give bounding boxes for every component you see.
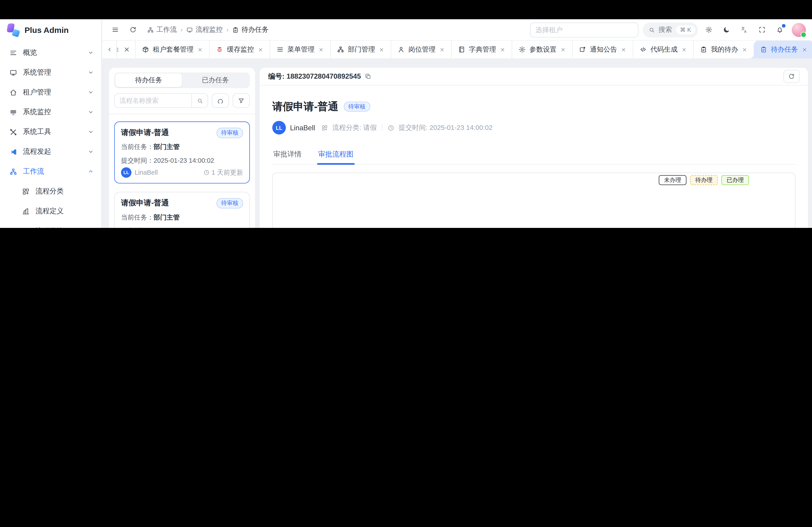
- sidebar-item-tenant-mgmt[interactable]: 租户管理: [0, 82, 101, 102]
- gear-icon: [519, 46, 526, 53]
- tab-todo-tasks[interactable]: 待办任务: [754, 41, 812, 58]
- sidebar-item-overview[interactable]: 概览: [0, 43, 101, 63]
- search-shortcut-badge: ⌘ K: [676, 25, 695, 34]
- reset-icon: [217, 97, 224, 104]
- close-icon[interactable]: [560, 47, 566, 52]
- tab-dict-mgmt[interactable]: 字典管理: [452, 41, 512, 58]
- detail-refresh-button[interactable]: [783, 70, 800, 83]
- close-icon[interactable]: [621, 47, 626, 52]
- sidebar-item-system-monitor[interactable]: 系统监控: [0, 102, 101, 122]
- tab-approval-detail[interactable]: 审批详情: [272, 146, 303, 164]
- chevron-down-icon: [88, 129, 94, 135]
- status-badge: 待审核: [217, 128, 243, 138]
- process-name-search-input[interactable]: [115, 94, 191, 107]
- status-badge: 待审核: [344, 102, 370, 112]
- close-icon[interactable]: [258, 47, 263, 52]
- task-list-panel: 待办任务 已办任务 请假申请-普通待审核 当前任务：部门主管 提交时间：2025…: [109, 68, 255, 228]
- close-icon[interactable]: [379, 47, 385, 52]
- clipboard-icon: [760, 46, 767, 53]
- fullscreen-button[interactable]: [755, 23, 769, 36]
- filter-button[interactable]: [233, 93, 250, 108]
- chevron-down-icon: [88, 49, 94, 56]
- avatar: LL: [121, 167, 131, 178]
- overview-icon: [10, 49, 17, 57]
- notifications-bell-button[interactable]: [773, 23, 786, 36]
- sidebar-item-system-tools[interactable]: 系统工具: [0, 122, 101, 142]
- sidebar: Plus Admin 概览 系统管理 租户管理 系统监控 系统工具 流程发起 工…: [0, 19, 102, 228]
- menu-icon: [117, 46, 119, 53]
- tab-partial[interactable]: [117, 41, 135, 58]
- notification-dot: [782, 24, 785, 28]
- tab-approval-flowchart[interactable]: 审批流程图: [317, 146, 354, 164]
- breadcrumb-process-monitor[interactable]: 流程监控: [186, 25, 223, 34]
- sidebar-item-workflow[interactable]: 工作流: [0, 162, 101, 181]
- flowchart-canvas[interactable]: 未办理 待办理 已办理 开始: [272, 172, 795, 228]
- launch-icon: [10, 148, 17, 156]
- close-icon[interactable]: [439, 47, 445, 52]
- tab-codegen[interactable]: 代码生成: [633, 41, 694, 58]
- search-button[interactable]: [191, 94, 208, 107]
- person-icon: [397, 46, 405, 53]
- flow-arrows: [273, 173, 795, 228]
- detail-title: 请假申请-普通: [272, 100, 338, 114]
- global-search-button[interactable]: 搜索 ⌘ K: [642, 22, 698, 37]
- tenant-select-input[interactable]: [530, 22, 638, 37]
- close-icon[interactable]: [499, 47, 505, 52]
- task-segmented-control: 待办任务 已办任务: [114, 72, 250, 88]
- sidebar-item-process-launch[interactable]: 流程发起: [0, 142, 101, 162]
- copy-icon[interactable]: [364, 73, 371, 80]
- close-icon[interactable]: [123, 46, 130, 53]
- sidebar-menu: 概览 系统管理 租户管理 系统监控 系统工具 流程发起 工作流 流程分类 流程定…: [0, 41, 101, 228]
- monitor-icon: [186, 26, 193, 33]
- tree-icon: [147, 26, 154, 33]
- notice-icon: [579, 46, 586, 53]
- task-card[interactable]: 请假申请-普通待审核 当前任务：部门主管 提交时间：2025-01-22 10:…: [114, 192, 250, 228]
- tab-menu-mgmt[interactable]: 菜单管理: [270, 41, 331, 58]
- submit-time: 提交时间: 2025-01-23 14:00:02: [398, 123, 492, 133]
- grid-icon: [22, 187, 30, 195]
- language-switch-button[interactable]: [738, 23, 751, 36]
- app-title: Plus Admin: [25, 25, 69, 35]
- detail-meta-row: LL LinaBell 流程分类: 请假 提交时间: 2025-01-23 14…: [272, 121, 795, 135]
- breadcrumb-workflow[interactable]: 工作流: [147, 25, 177, 34]
- close-icon[interactable]: [318, 47, 324, 52]
- segment-done-tasks[interactable]: 已办任务: [182, 74, 249, 87]
- user-avatar[interactable]: [792, 23, 806, 37]
- breadcrumb-todo-tasks[interactable]: 待办任务: [232, 25, 269, 34]
- sidebar-item-process-monitor[interactable]: 流程监控: [0, 221, 101, 228]
- book-icon: [458, 46, 465, 53]
- close-icon[interactable]: [742, 47, 747, 52]
- breadcrumb-separator: ›: [227, 26, 229, 33]
- tabs-scroll-left-button[interactable]: [102, 41, 117, 58]
- segment-todo-tasks[interactable]: 待办任务: [115, 74, 182, 87]
- close-icon[interactable]: [681, 47, 687, 52]
- tab-param-settings[interactable]: 参数设置: [512, 41, 573, 58]
- task-card[interactable]: 请假申请-普通待审核 当前任务：部门主管 提交时间：2025-01-23 14:…: [114, 121, 250, 183]
- sidebar-item-process-category[interactable]: 流程分类: [0, 181, 101, 201]
- app-logo[interactable]: Plus Admin: [0, 19, 101, 41]
- sidebar-item-system-mgmt[interactable]: 系统管理: [0, 63, 101, 82]
- search-label: 搜索: [658, 25, 672, 34]
- tab-post-mgmt[interactable]: 岗位管理: [391, 41, 452, 58]
- hamburger-menu-button[interactable]: [108, 23, 122, 36]
- close-icon[interactable]: [197, 47, 203, 52]
- top-navbar: 工作流 › 流程监控 › 待办任务 搜索 ⌘ K: [102, 19, 812, 41]
- dark-mode-toggle[interactable]: [720, 23, 733, 36]
- menu-icon: [277, 46, 284, 53]
- settings-gear-button[interactable]: [702, 23, 716, 36]
- close-icon[interactable]: [802, 47, 807, 52]
- tab-my-todo[interactable]: 我的待办: [694, 41, 754, 58]
- tab-tenant-package[interactable]: 租户套餐管理: [135, 41, 209, 58]
- clipboard-icon: [700, 46, 707, 53]
- chevron-up-icon: [88, 168, 94, 175]
- tab-cache-monitor[interactable]: 缓存监控: [210, 41, 270, 58]
- org-tree-icon: [337, 46, 344, 53]
- tab-dept-mgmt[interactable]: 部门管理: [331, 41, 391, 58]
- page-tabbar: 租户套餐管理 缓存监控 菜单管理 部门管理 岗位管理 字典管理 参数设置 通知公…: [102, 41, 812, 58]
- reset-button[interactable]: [212, 93, 229, 108]
- detail-tabs: 审批详情 审批流程图: [272, 146, 795, 165]
- tab-notice[interactable]: 通知公告: [573, 41, 633, 58]
- sidebar-item-process-definition[interactable]: 流程定义: [0, 201, 101, 221]
- refresh-page-button[interactable]: [126, 23, 140, 36]
- detail-header: 编号: 1882307280470892545: [260, 68, 808, 86]
